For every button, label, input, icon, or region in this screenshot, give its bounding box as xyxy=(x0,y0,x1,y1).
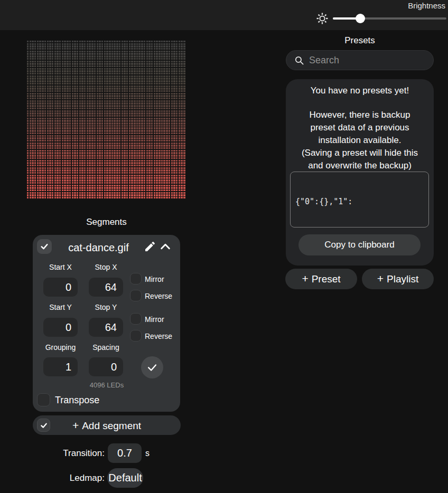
mirror-x-label: Mirror xyxy=(145,275,164,283)
apply-segment-button[interactable] xyxy=(141,356,163,378)
stop-x-input[interactable] xyxy=(89,278,123,297)
backup-message-line: and overwrite the backup) xyxy=(286,160,434,171)
no-presets-message: You have no presets yet! xyxy=(286,86,434,96)
spacing-input[interactable] xyxy=(89,357,123,376)
transition-label: Transition: xyxy=(0,448,105,459)
brightness-sun-icon xyxy=(316,12,329,25)
transpose-label: Transpose xyxy=(55,395,99,406)
spacing-label: Spacing xyxy=(89,343,123,352)
stop-y-input[interactable] xyxy=(89,318,123,337)
plus-icon: + xyxy=(302,272,308,285)
top-bar: Brightness xyxy=(0,0,448,30)
segment-led-count: 4096 LEDs xyxy=(70,381,144,389)
reverse-y-checkbox[interactable] xyxy=(130,330,142,342)
reverse-x-label: Reverse xyxy=(145,292,172,300)
reverse-y-label: Reverse xyxy=(145,332,172,340)
plus-icon: + xyxy=(72,419,79,431)
start-x-input[interactable] xyxy=(43,278,78,297)
add-segment-label: +Add segment xyxy=(33,419,181,432)
segments-heading: Segments xyxy=(0,217,213,227)
start-y-label: Start Y xyxy=(43,303,78,311)
add-playlist-button[interactable]: +Playlist xyxy=(362,269,434,289)
backup-json-textarea[interactable]: {"0":{},"1": {"on":true,"bri":64,"tr ans… xyxy=(290,172,429,227)
reverse-x-checkbox[interactable] xyxy=(130,290,142,301)
copy-to-clipboard-button[interactable]: Copy to clipboard xyxy=(298,234,421,255)
stop-y-label: Stop Y xyxy=(89,303,123,311)
json-line: {"0":{},"1": xyxy=(295,196,424,207)
edit-segment-button[interactable] xyxy=(144,240,156,255)
add-segment-button[interactable]: +Add segment xyxy=(33,415,181,435)
brightness-slider[interactable] xyxy=(333,13,446,24)
check-icon xyxy=(40,242,49,251)
presets-empty-card: You have no presets yet! However, there … xyxy=(286,79,434,266)
segment-card: cat-dance.gif Start X Stop X Mirror Reve… xyxy=(33,235,180,412)
pencil-icon xyxy=(144,240,156,253)
start-y-input[interactable] xyxy=(43,318,78,337)
check-icon xyxy=(146,362,158,373)
backup-message-line: installation available. xyxy=(286,135,434,146)
grouping-input[interactable] xyxy=(43,357,78,376)
led-preview-matrix[interactable] xyxy=(27,41,185,200)
brightness-label: Brightness xyxy=(408,1,445,10)
plus-icon: + xyxy=(377,272,384,285)
backup-message-line: (Saving a preset will hide this xyxy=(286,148,434,158)
transition-unit: s xyxy=(145,449,150,458)
start-x-label: Start X xyxy=(43,263,78,271)
mirror-x-checkbox[interactable] xyxy=(130,273,142,285)
grouping-label: Grouping xyxy=(43,343,78,352)
transition-input[interactable] xyxy=(108,443,142,463)
collapse-segment-button[interactable] xyxy=(160,242,171,253)
chevron-up-icon xyxy=(160,242,171,251)
brightness-slider-thumb[interactable] xyxy=(356,14,365,23)
add-preset-button[interactable]: +Preset xyxy=(285,269,357,289)
mirror-y-label: Mirror xyxy=(145,315,164,324)
stop-x-label: Stop X xyxy=(89,263,123,271)
mirror-y-checkbox[interactable] xyxy=(130,313,142,325)
backup-message-line: preset data of a previous xyxy=(286,122,434,133)
ledmap-label: Ledmap: xyxy=(0,473,105,483)
presets-heading: Presets xyxy=(286,35,434,46)
ledmap-select-button[interactable]: Default xyxy=(107,468,143,488)
segment-name[interactable]: cat-dance.gif xyxy=(49,242,148,254)
transpose-checkbox[interactable] xyxy=(37,393,50,406)
search-icon xyxy=(294,55,304,68)
backup-message-line: However, there is backup xyxy=(286,110,434,120)
preset-search-box[interactable] xyxy=(286,50,434,70)
preset-search-input[interactable] xyxy=(309,53,428,68)
